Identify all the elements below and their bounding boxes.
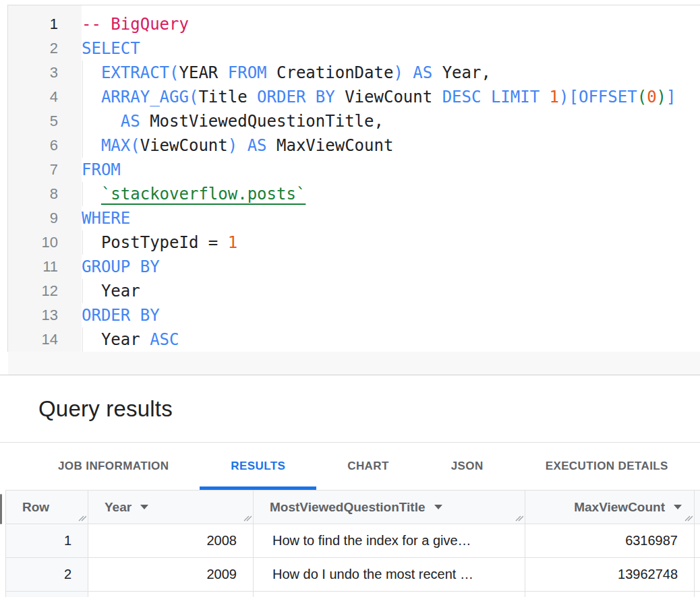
cell-maxviewcount: 13962748 <box>525 558 695 592</box>
line-number: 11 <box>8 255 58 279</box>
column-resize-icon[interactable] <box>683 512 693 522</box>
code-text: PostTypeId = 1 <box>82 230 237 255</box>
column-resize-icon[interactable] <box>514 512 523 522</box>
sort-arrow-icon[interactable] <box>140 505 148 509</box>
code-line-2[interactable]: 2SELECT <box>8 36 700 61</box>
column-resize-icon[interactable] <box>242 512 252 522</box>
line-number: 9 <box>8 206 58 230</box>
code-line-4[interactable]: 4 ARRAY_AGG(Title ORDER BY ViewCount DES… <box>8 85 700 109</box>
cell-extra <box>695 524 700 558</box>
left-scrollbar-thumb[interactable] <box>0 494 2 524</box>
table-row-2: 22009How do I undo the most recent …1396… <box>6 558 700 592</box>
table-row-1: 12008How to find the index for a give…63… <box>6 524 700 558</box>
column-header-mostviewedquestiontitle[interactable]: MostViewedQuestionTitle <box>254 491 525 524</box>
code-line-9[interactable]: 9WHERE <box>8 206 700 230</box>
table-row-3 <box>6 592 700 597</box>
tab-json[interactable]: JSON <box>420 443 515 490</box>
cell-year: 2009 <box>88 558 254 592</box>
code-text: SELECT <box>82 36 140 61</box>
code-text: WHERE <box>82 206 130 230</box>
table-body: 12008How to find the index for a give…63… <box>6 524 700 597</box>
code-text: Year ASC <box>82 327 179 352</box>
column-label: MaxViewCount <box>574 500 665 515</box>
code-text: -- BigQuery <box>82 12 189 36</box>
code-text: AS MostViewedQuestionTitle, <box>82 109 384 133</box>
code-text: `stackoverflow.posts` <box>82 182 305 206</box>
cell-year <box>88 592 254 597</box>
line-number: 4 <box>8 85 58 109</box>
sort-arrow-icon[interactable] <box>434 505 442 509</box>
code-line-10[interactable]: 10 PostTypeId = 1 <box>8 230 700 255</box>
code-line-6[interactable]: 6 MAX(ViewCount) AS MaxViewCount <box>8 133 700 158</box>
column-label: Row <box>22 500 49 515</box>
cell-maxviewcount <box>525 592 695 597</box>
page-title: Query results <box>38 396 173 422</box>
sql-editor[interactable]: 1-- BigQuery2SELECT3 EXTRACT(YEAR FROM C… <box>7 5 700 352</box>
code-line-1[interactable]: 1-- BigQuery <box>8 12 700 36</box>
code-line-14[interactable]: 14 Year ASC <box>8 327 700 352</box>
line-number: 13 <box>8 303 58 327</box>
cell-mostviewedquestiontitle: How to find the index for a give… <box>254 524 525 558</box>
column-resize-icon[interactable] <box>77 512 86 522</box>
line-number: 2 <box>8 36 58 61</box>
code-line-7[interactable]: 7FROM <box>8 158 700 182</box>
code-line-13[interactable]: 13ORDER BY <box>8 303 700 327</box>
cell-year: 2008 <box>88 524 254 558</box>
table-header-row: RowYearMostViewedQuestionTitleMaxViewCou… <box>6 491 700 524</box>
column-label: Year <box>105 500 132 515</box>
cell-maxviewcount: 6316987 <box>525 524 695 558</box>
column-header-extra[interactable] <box>695 491 700 524</box>
code-text: ORDER BY <box>82 303 160 327</box>
bigquery-console: { "colors": { "keyword": "#4285f4", "ide… <box>0 0 700 597</box>
code-text: Year <box>82 279 140 303</box>
code-line-11[interactable]: 11GROUP BY <box>8 255 700 279</box>
cell-mostviewedquestiontitle <box>254 592 525 597</box>
code-text: ARRAY_AGG(Title ORDER BY ViewCount DESC … <box>82 85 676 109</box>
tab-job-information[interactable]: JOB INFORMATION <box>27 443 200 490</box>
column-header-year[interactable]: Year <box>88 491 254 524</box>
line-number: 5 <box>8 109 58 133</box>
cell-row <box>6 592 88 597</box>
code-line-12[interactable]: 12 Year <box>8 279 700 303</box>
column-header-maxviewcount[interactable]: MaxViewCount <box>525 491 695 524</box>
code-line-3[interactable]: 3 EXTRACT(YEAR FROM CreationDate) AS Yea… <box>8 61 700 85</box>
line-number: 1 <box>8 12 58 36</box>
code-line-5[interactable]: 5 AS MostViewedQuestionTitle, <box>8 109 700 133</box>
code-text: EXTRACT(YEAR FROM CreationDate) AS Year, <box>82 61 491 85</box>
sort-arrow-icon[interactable] <box>674 505 682 509</box>
tab-execution-details[interactable]: EXECUTION DETAILS <box>515 443 699 490</box>
code-text: MAX(ViewCount) AS MaxViewCount <box>82 133 393 158</box>
code-text: GROUP BY <box>82 255 160 279</box>
cell-row: 1 <box>6 524 88 558</box>
line-number: 7 <box>8 158 58 182</box>
results-tabbar: JOB INFORMATIONRESULTSCHARTJSONEXECUTION… <box>0 443 700 490</box>
query-results-header: Query results <box>0 375 700 442</box>
tab-chart[interactable]: CHART <box>316 443 420 490</box>
line-number: 6 <box>8 133 58 158</box>
code-lines: 1-- BigQuery2SELECT3 EXTRACT(YEAR FROM C… <box>8 12 700 352</box>
cell-row: 2 <box>6 558 88 592</box>
column-label: MostViewedQuestionTitle <box>270 500 426 515</box>
code-text: FROM <box>82 158 121 182</box>
line-number: 12 <box>8 279 58 303</box>
column-header-row[interactable]: Row <box>6 491 88 524</box>
cell-extra <box>695 592 700 597</box>
cell-mostviewedquestiontitle: How do I undo the most recent … <box>254 558 525 592</box>
line-number: 14 <box>8 327 58 352</box>
editor-bottom-strip <box>8 352 700 375</box>
line-number: 8 <box>8 182 58 206</box>
line-number: 3 <box>8 61 58 85</box>
line-number: 10 <box>8 230 58 255</box>
tab-results[interactable]: RESULTS <box>200 443 316 490</box>
cell-extra <box>695 558 700 592</box>
results-table: RowYearMostViewedQuestionTitleMaxViewCou… <box>5 490 700 597</box>
code-line-8[interactable]: 8 `stackoverflow.posts` <box>8 182 700 206</box>
